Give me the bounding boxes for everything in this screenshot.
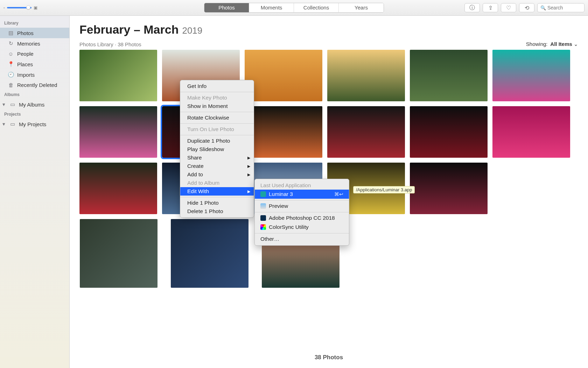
sidebar-item-my-albums[interactable]: ▾▭My Albums: [0, 99, 69, 110]
photoshop-icon: [260, 215, 266, 221]
menu-play-slideshow[interactable]: Play Slideshow: [180, 145, 254, 154]
tab-years[interactable]: Years: [339, 3, 384, 12]
photo-thumb[interactable]: [80, 219, 158, 288]
submenu-preview[interactable]: Preview: [255, 200, 349, 211]
edit-with-submenu: Last Used Application Luminar 3⌘↩ Previe…: [254, 179, 349, 246]
submenu-heading: Last Used Application: [255, 181, 349, 190]
photo-thumb[interactable]: [79, 50, 157, 101]
pin-icon: 📍: [8, 61, 14, 67]
menu-turn-on-live-photo: Turn On Live Photo: [180, 123, 254, 134]
photo-thumb[interactable]: [410, 50, 488, 101]
submenu-colorsync[interactable]: ColorSync Utility: [255, 223, 349, 232]
menu-show-in-moment[interactable]: Show in Moment: [180, 102, 254, 110]
photos-icon: ▤: [8, 30, 14, 36]
submenu-arrow-icon: ▶: [247, 172, 250, 177]
photo-thumb[interactable]: [327, 106, 405, 158]
sidebar-item-label: My Albums: [19, 102, 44, 108]
menu-add-to[interactable]: Add to▶: [180, 170, 254, 179]
submenu-luminar[interactable]: Luminar 3⌘↩: [255, 190, 349, 199]
menu-add-to-album: Add to Album: [180, 179, 254, 187]
menu-get-info[interactable]: Get Info: [180, 82, 254, 90]
search-field[interactable]: 🔍: [537, 3, 584, 12]
folder-icon: ▭: [9, 121, 16, 127]
luminar-icon: [260, 191, 266, 197]
tab-photos[interactable]: Photos: [204, 3, 249, 12]
photo-thumb[interactable]: [410, 163, 488, 214]
photo-thumb[interactable]: [492, 106, 570, 158]
photo-thumb[interactable]: [245, 106, 322, 158]
chevron-down-icon: ⌄: [574, 41, 578, 47]
photo-thumb[interactable]: [410, 106, 488, 158]
submenu-photoshop[interactable]: Adobe Photoshop CC 2018: [255, 212, 349, 223]
showing-value: All Items: [550, 41, 572, 47]
disclosure-icon[interactable]: ▾: [2, 101, 6, 108]
zoom-out-icon: ▫: [4, 5, 5, 10]
sidebar-item-label: Photos: [17, 30, 34, 36]
sidebar-item-places[interactable]: 📍Places: [0, 59, 69, 69]
submenu-arrow-icon: ▶: [247, 164, 250, 169]
heart-icon: ♡: [506, 5, 511, 11]
sidebar-item-imports[interactable]: 🕘Imports: [0, 69, 69, 80]
zoom-slider[interactable]: [7, 7, 31, 8]
menu-share[interactable]: Share▶: [180, 154, 254, 162]
photo-thumb[interactable]: [327, 50, 405, 101]
search-input[interactable]: [547, 5, 581, 11]
sidebar-item-photos[interactable]: ▤Photos: [0, 28, 69, 38]
toolbar-right: ⓘ ⇪ ♡ ⟲ 🔍: [464, 3, 584, 12]
menu-edit-with[interactable]: Edit With▶: [180, 187, 254, 196]
zoom-slider-group: ▫ ▣: [4, 5, 37, 10]
rotate-button[interactable]: ⟲: [519, 3, 534, 12]
sidebar-heading-projects: Projects: [0, 110, 69, 119]
info-icon: ⓘ: [469, 4, 475, 12]
tab-collections[interactable]: Collections: [294, 3, 339, 12]
disclosure-icon[interactable]: ▾: [2, 121, 6, 127]
sidebar-item-label: Recently Deleted: [17, 82, 57, 88]
menu-hide[interactable]: Hide 1 Photo: [180, 197, 254, 207]
page-title-year: 2019: [182, 25, 202, 36]
sidebar-item-my-projects[interactable]: ▾▭My Projects: [0, 119, 69, 129]
photo-thumb[interactable]: [245, 50, 322, 101]
sidebar-item-label: Places: [17, 61, 33, 67]
photo-thumb[interactable]: [79, 106, 157, 158]
submenu-arrow-icon: ▶: [247, 156, 250, 160]
menu-delete[interactable]: Delete 1 Photo: [180, 207, 254, 216]
share-icon: ⇪: [488, 5, 493, 11]
submenu-other[interactable]: Other…: [255, 233, 349, 244]
page-title: February – March: [79, 23, 178, 36]
sidebar-heading-library: Library: [0, 19, 69, 28]
folder-icon: ▭: [9, 101, 16, 108]
trash-icon: 🗑: [8, 82, 14, 88]
menu-create[interactable]: Create▶: [180, 162, 254, 170]
menu-make-key-photo: Make Key Photo: [180, 92, 254, 102]
photo-count: 38 Photos: [118, 41, 141, 47]
info-button[interactable]: ⓘ: [464, 3, 480, 12]
share-button[interactable]: ⇪: [483, 3, 498, 12]
photo-thumb[interactable]: [171, 219, 248, 288]
zoom-in-icon: ▣: [34, 5, 37, 10]
breadcrumb: Photos Library: [79, 41, 113, 47]
zoom-thumb[interactable]: [26, 5, 30, 9]
menu-rotate-clockwise[interactable]: Rotate Clockwise: [180, 112, 254, 122]
memories-icon: ↻: [8, 40, 14, 47]
sidebar-item-people[interactable]: ☺People: [0, 49, 69, 59]
tab-moments[interactable]: Moments: [249, 3, 294, 12]
sidebar-item-label: My Projects: [19, 121, 46, 127]
breadcrumb-sep: ·: [113, 41, 118, 47]
sidebar-item-recently-deleted[interactable]: 🗑Recently Deleted: [0, 80, 69, 90]
sidebar-item-label: People: [17, 51, 34, 57]
colorsync-icon: [260, 224, 266, 230]
showing-label: Showing:: [526, 41, 548, 47]
menu-duplicate[interactable]: Duplicate 1 Photo: [180, 135, 254, 145]
photo-thumb[interactable]: [79, 163, 157, 214]
keyboard-shortcut: ⌘↩: [334, 191, 343, 197]
sidebar-heading-albums: Albums: [0, 90, 69, 99]
showing-filter[interactable]: Showing: All Items ⌄: [526, 41, 578, 47]
clock-icon: 🕘: [8, 71, 14, 78]
view-tabs: Photos Moments Collections Years: [204, 3, 384, 13]
favorite-button[interactable]: ♡: [501, 3, 516, 12]
footer-count: 38 Photos: [315, 354, 343, 361]
people-icon: ☺: [8, 51, 14, 57]
photo-thumb[interactable]: [492, 50, 570, 101]
sidebar-item-label: Memories: [17, 41, 40, 47]
sidebar-item-memories[interactable]: ↻Memories: [0, 38, 69, 49]
